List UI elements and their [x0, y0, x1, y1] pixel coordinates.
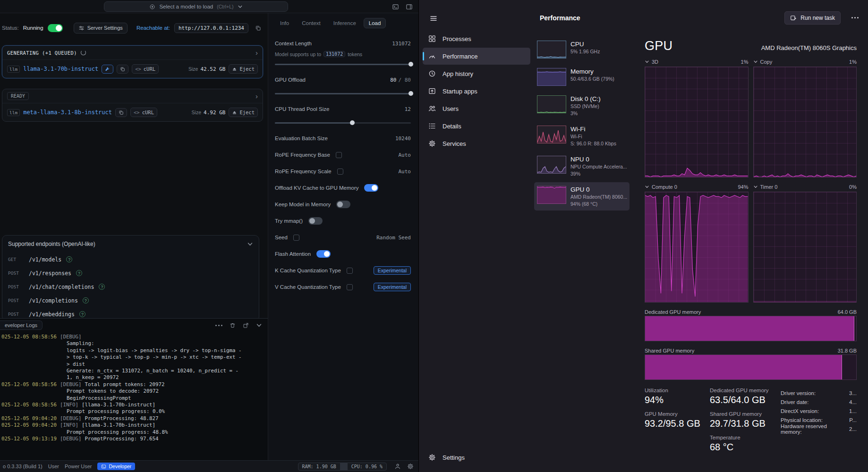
logs-more-icon[interactable] — [215, 325, 222, 326]
sidebar-item-app-history[interactable]: App history — [423, 65, 530, 82]
help-icon[interactable]: ? — [83, 297, 89, 303]
dedicated-memory-bar — [645, 316, 857, 341]
v-cache-checkbox[interactable] — [347, 284, 353, 290]
stat-dedicated-memory: Dedicated GPU memory 63.5/64.0 GB — [710, 388, 781, 405]
keep-in-memory-toggle[interactable] — [336, 201, 350, 208]
sidebar-item-startup-apps[interactable]: Startup apps — [423, 83, 530, 100]
driver-info: Driver version:3... Driver date:4... Dir… — [781, 388, 857, 458]
run-task-icon — [790, 15, 797, 21]
chevron-right-icon[interactable]: › — [255, 49, 258, 56]
hamburger-menu-button[interactable] — [426, 12, 441, 25]
help-icon[interactable]: ? — [79, 311, 85, 317]
clear-logs-icon[interactable] — [230, 322, 236, 329]
server-settings-button[interactable]: Server Settings — [74, 23, 128, 34]
curl-button[interactable]: <>cURL — [132, 64, 159, 74]
perf-item-cpu[interactable]: CPU 5% 1.96 GHz — [534, 37, 630, 62]
terminal-icon[interactable] — [392, 3, 399, 10]
gpu-offload-slider[interactable] — [275, 91, 411, 96]
model-status-row[interactable]: READY › — [2, 89, 263, 103]
rope-scale-checkbox[interactable] — [337, 169, 343, 175]
model-name[interactable]: meta-llama-3.1-8b-instruct — [23, 109, 112, 116]
sidebar-item-performance[interactable]: Performance — [423, 48, 530, 65]
help-icon[interactable]: ? — [99, 284, 105, 290]
tab-load[interactable]: Load — [364, 18, 386, 28]
sidebar-item-services[interactable]: Services — [423, 135, 530, 152]
gpu-timer-chart-cell: Timer 0 0% — [753, 177, 857, 303]
cpu-threads-value[interactable]: 12 — [405, 106, 411, 112]
gear-icon[interactable] — [407, 463, 414, 470]
endpoints-header[interactable]: Supported endpoints (OpenAI-like) — [2, 236, 259, 253]
model-type-tag: llm — [7, 66, 20, 73]
server-pane: Status: Running Server Settings Reachabl… — [0, 13, 268, 460]
task-manager-header: Performance Run new task — [419, 0, 868, 28]
copy-model-button[interactable] — [117, 65, 128, 74]
developer-logs-panel: eveloper Logs 025-12-05 08:58:56[DEBUG] … — [0, 318, 268, 460]
chevron-down-icon[interactable] — [645, 185, 649, 189]
server-status-toggle[interactable] — [48, 24, 63, 32]
model-size: Size 42.52 GB — [188, 66, 225, 72]
tab-info[interactable]: Info — [275, 18, 294, 28]
model-selector-dropdown[interactable]: Select a model to load (Ctrl+L) — [104, 1, 288, 12]
model-name[interactable]: llama-3.1-70b-instruct — [23, 66, 98, 72]
perf-item-disk[interactable]: Disk 0 (C:) SSD (NVMe) 3% — [534, 92, 630, 120]
kv-offload-toggle[interactable] — [364, 184, 378, 192]
eval-batch-value[interactable]: 10240 — [395, 135, 411, 142]
chevron-right-icon[interactable]: › — [255, 93, 258, 100]
model-selector-hotkey: (Ctrl+L) — [217, 4, 233, 9]
rope-scale-value: Auto — [399, 169, 411, 175]
shared-memory-bar — [645, 354, 857, 380]
cpu-spark-chart — [537, 41, 566, 59]
setting-cpu-threads: CPU Thread Pool Size 12 — [275, 103, 411, 115]
tools-button[interactable] — [102, 65, 113, 74]
sidebar-item-settings[interactable]: Settings — [423, 449, 530, 466]
seed-checkbox[interactable] — [293, 235, 299, 241]
k-cache-checkbox[interactable] — [347, 268, 353, 274]
eject-button[interactable]: Eject — [229, 64, 258, 74]
model-card-ready[interactable]: READY › llm meta-llama-3.1-8b-instruct <… — [2, 89, 263, 122]
model-type-tag: llm — [7, 109, 20, 116]
eject-icon — [232, 67, 237, 72]
perf-item-gpu[interactable]: GPU 0 AMD Radeon(TM) 8060... 94% (68 °C) — [534, 182, 630, 211]
perf-item-memory[interactable]: Memory 50.4/63.6 GB (79%) — [534, 64, 630, 90]
logs-title[interactable]: eveloper Logs — [0, 320, 43, 330]
rope-base-checkbox[interactable] — [336, 152, 342, 158]
sidebar-item-details[interactable]: Details — [423, 118, 530, 135]
mode-developer[interactable]: Developer — [97, 463, 135, 470]
perf-item-npu[interactable]: NPU 0 NPU Compute Accelera... 39% — [534, 152, 630, 180]
setting-eval-batch: Evaluation Batch Size 10240 — [275, 133, 411, 144]
gpu-3d-chart — [645, 67, 749, 177]
model-status-row[interactable]: GENERATING (+1 QUEUED) › — [2, 46, 263, 60]
max-tokens-chip[interactable]: 131072 — [323, 51, 345, 57]
curl-button[interactable]: <>cURL — [130, 108, 157, 117]
help-icon[interactable]: ? — [66, 256, 72, 262]
model-card-generating[interactable]: GENERATING (+1 QUEUED) › llm llama-3.1-7… — [2, 45, 263, 78]
cpu-threads-slider[interactable] — [275, 120, 411, 126]
mode-user[interactable]: User — [48, 464, 59, 469]
mode-power-user[interactable]: Power User — [65, 464, 92, 469]
flash-attention-toggle[interactable] — [316, 250, 331, 258]
run-new-task-button[interactable]: Run new task — [784, 11, 841, 25]
sidebar-item-users[interactable]: Users — [423, 100, 530, 117]
user-icon[interactable] — [394, 463, 401, 470]
copy-model-button[interactable] — [115, 108, 127, 117]
tab-inference[interactable]: Inference — [328, 18, 361, 28]
chevron-down-icon[interactable] — [753, 59, 758, 64]
more-options-button[interactable] — [850, 14, 860, 21]
collapse-logs-icon[interactable] — [256, 322, 262, 329]
popout-logs-icon[interactable] — [243, 322, 249, 329]
panel-toggle-icon[interactable] — [406, 3, 413, 10]
eject-button[interactable]: Eject — [229, 108, 258, 117]
copy-url-button[interactable] — [253, 23, 263, 33]
try-mmap-toggle[interactable] — [308, 217, 323, 225]
perf-item-wifi[interactable]: Wi-Fi Wi-Fi S: 96.0 R: 88.0 Kbps — [534, 122, 630, 150]
sidebar-item-processes[interactable]: Processes — [423, 30, 530, 47]
context-length-slider[interactable] — [275, 61, 411, 67]
chevron-down-icon[interactable] — [645, 59, 649, 64]
context-length-value[interactable]: 131072 — [392, 41, 411, 47]
sliders-icon — [78, 25, 85, 31]
chevron-down-icon[interactable] — [753, 185, 758, 189]
gpu-offload-value[interactable]: 80/ 80 — [390, 77, 411, 83]
server-url[interactable]: http://127.0.0.1:1234 — [174, 23, 248, 33]
tab-context[interactable]: Context — [297, 18, 326, 28]
help-icon[interactable]: ? — [76, 270, 82, 276]
